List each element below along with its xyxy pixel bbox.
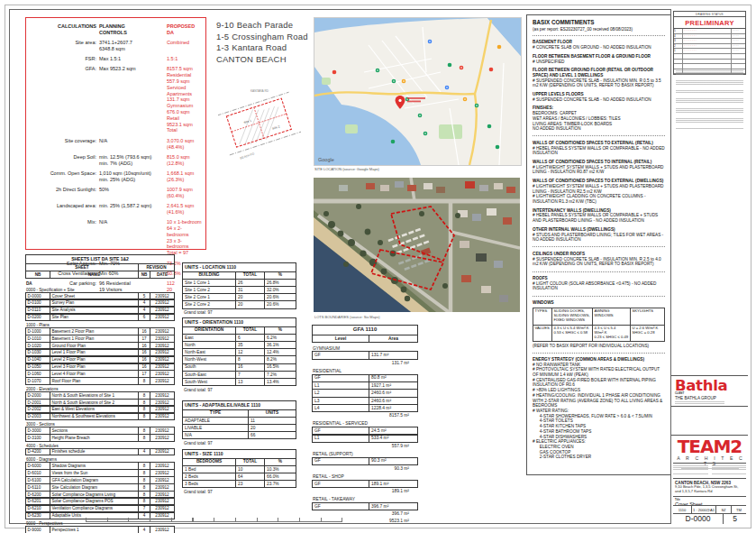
sheet-revision: 8 <box>138 435 150 441</box>
calc-proposed-value: Combined <box>167 40 203 52</box>
sheet-date: 230912 <box>150 470 174 476</box>
sheet-date: 230912 <box>150 527 174 533</box>
basix-section-body: # LIGHT COLOUR (SOLAR ABSORBANCE <0.475)… <box>533 281 665 291</box>
sheet-date: 230912 <box>150 392 174 399</box>
gfa-row: GF131.7 m² <box>312 351 418 359</box>
col-building: BUILDING <box>183 272 235 279</box>
calc-planning-control: N/A <box>99 138 164 151</box>
units-row: Site 2 Core 12020.6% <box>183 294 296 301</box>
gfa-group-name: GYMNASIUM <box>313 346 418 352</box>
calc-header-calculations: CALCULATIONS <box>28 23 96 36</box>
issue-info-grid <box>673 463 746 479</box>
sheet-number: D-1040 <box>26 357 50 363</box>
sheet-row: D-6000 Shadow Diagrams 8 230912 <box>25 462 175 470</box>
lots-boundaries-caption: LOTS BOUNDARIES (source: Six Maps) <box>314 315 379 319</box>
sheet-number: D-3100 <box>26 435 50 441</box>
sheet-name: Level 2 Floor Plan <box>50 357 138 363</box>
sheet-date: 230912 <box>150 463 174 469</box>
gfa-subtotal: 90.3 m² <box>312 466 418 472</box>
sheet-row: D-6010 Views from the Sun 8 230912 <box>25 469 175 477</box>
sheet-number: D-6200 <box>26 492 50 498</box>
calc-planning-control: Max 1.5:1 <box>99 56 164 62</box>
units-location-table: UNITS - LOCATION 1110 BUILDING TOTAL % S… <box>182 262 296 316</box>
units-row: South1616.5% <box>183 364 296 372</box>
col-rev-nb: NB <box>138 271 150 277</box>
basix-section: FLOOR BETWEEN BASEMENT FLOOR & GROUND FL… <box>533 54 665 64</box>
sheet-number: D-1060 <box>26 371 50 377</box>
sheet-date: 230912 <box>150 378 174 384</box>
units-row: N/A66 <box>183 432 296 438</box>
sheet-revision: 17 <box>138 335 150 342</box>
sheet-number: D-2003 <box>26 414 50 420</box>
copyright-notes-block <box>676 70 743 94</box>
consultant-box <box>671 406 748 434</box>
sheet-revision: 7 <box>138 506 150 512</box>
sheets-list-title: SHEETS LIST DA SITE 1&2 <box>25 254 175 264</box>
basix-section: FLOOR BETWEEN GROUND FLOOR (RETAIL OR OU… <box>533 68 665 88</box>
gfa-row: L1533.4 m² <box>312 435 418 443</box>
sheet-revision: 17 <box>138 371 150 377</box>
sheet-revision: 4 <box>138 527 150 533</box>
sheet-revision: 4 <box>138 300 150 307</box>
sheets-section: 9000 - Perspectives D-9000 Perspectives … <box>25 521 175 533</box>
sheets-section: 2000 - Elevations D-2000 North & South E… <box>25 387 175 420</box>
sheets-list-column-header: NB NAME NB DATE <box>25 271 175 278</box>
project-block: CANTON BEACH, NSW 2263 9,10 Beach Pde, 1… <box>673 478 746 495</box>
gfa-group: RETAIL - SHOP GF189.1 m² 189.1 m² <box>312 474 418 494</box>
units-orientation-table: UNITS - ORIENTATION 1110 ORIENTATION TOT… <box>182 317 296 392</box>
units-location-total: Grand total: 97 <box>182 310 296 316</box>
calc-row: Comm. Open Space: 1,010 sqm (10sqm/unit)… <box>28 170 203 183</box>
sheet-date: 230912 <box>150 407 174 413</box>
calc-planning-control: min. 12.5% (793.6 sqm) min. 7% (ADG) <box>99 154 164 167</box>
sheet-number: D-0100 <box>26 300 50 307</box>
title-label: Title <box>675 498 744 501</box>
sheet-name: Roof Floor Plan <box>50 378 138 384</box>
sheet-number: D-1010 <box>26 335 50 342</box>
project-address-heading: 9-10 Beach Parade 1-5 Crossingham Road 1… <box>216 20 324 65</box>
sheet-date: 230912 <box>150 477 174 483</box>
col-bedrooms: BEDROOMS <box>183 459 235 465</box>
sheet-name: Height Plane Breach <box>50 435 138 441</box>
gfa-group: RETAIL - TAKEAWAY GF396.7 m² 396.7 m² <box>312 497 418 517</box>
sheet-number: D-2000 <box>26 392 50 399</box>
sheet-name: East & West Elevations <box>50 407 138 413</box>
sheet-number: D-1070 <box>26 378 50 384</box>
sheets-list: SHEETS LIST DA SITE 1&2 SHEET REVISION N… <box>25 254 175 533</box>
sheet-date: 230912 <box>150 435 174 441</box>
calc-proposed-value: 1,668.1 sqm (26.3%) <box>167 170 203 183</box>
sheet-date: 230912 <box>150 492 174 498</box>
calc-header-planning-controls: PLANNING CONTROLS <box>99 23 164 36</box>
calc-label: Site coverage: <box>28 138 96 151</box>
sheet-date: 230912 <box>150 308 174 314</box>
calc-label: Landscaped area: <box>28 203 96 216</box>
units-row: South-West1313.4% <box>183 379 296 385</box>
sheet-row: D-0100 Survey Plan 4 230912 <box>25 299 175 308</box>
gfa-subtotal: 8157.5 m² <box>312 413 418 418</box>
project-street-address: 9,10 Beach Pde, 1,3,5 Crossingham St, an… <box>675 485 744 494</box>
sheet-number: D-2001 <box>26 400 50 406</box>
basix-section-body: BEDROOMS: CARPET WET AREAS / BALCONIES /… <box>533 111 665 132</box>
basix-report-line: (as per report: ES20230727_00 received 0… <box>533 27 665 32</box>
sheets-section: 1000 - Plans D-1000 Basement 2 Floor Pla… <box>25 323 175 385</box>
units-row: South-East77.2% <box>183 372 296 379</box>
units-row: North3536.1% <box>183 342 296 349</box>
units-row: 3 Beds2323.7% <box>183 481 296 487</box>
sheet-name: GFA Calculation Diagram <box>50 477 138 483</box>
sheet-date: 230912 <box>150 350 174 356</box>
calculations-table: CALCULATIONS PLANNING CONTROLS PROPOSED … <box>25 17 206 250</box>
units-adaptable-table: UNITS - ADAPTABLE/LIVABLE 1110 TYPE UNIT… <box>182 400 296 446</box>
calc-proposed-value: 1007.9 sqm (60.4%) <box>167 187 203 199</box>
gfa-group-name: RETAIL (SUPPORT) <box>313 452 418 457</box>
gfa-row: GF90.3 m² <box>312 457 418 465</box>
sheet-number: D-3000 <box>26 427 50 434</box>
da-label: DA <box>26 281 175 286</box>
calc-label: Comm. Open Space: <box>28 170 96 183</box>
sheet-row: D-6110 Site Calculation Diagram 8 230912 <box>25 483 175 492</box>
client-label: CLIENT <box>675 391 744 395</box>
calc-row: Landscaped area: min. 25% (1,587.2 sqm) … <box>28 203 203 216</box>
basix-section: OTHER INTERNAL WALLS (DWELLINGS) # STUDS… <box>533 227 665 248</box>
gfa-subtotal: 131.7 m² <box>312 361 418 366</box>
calc-row: Deep Soil: min. 12.5% (793.6 sqm) min. 7… <box>28 154 203 167</box>
sheet-revision: 16 <box>138 350 150 356</box>
status-preliminary: PRELIMINARY <box>674 17 745 29</box>
